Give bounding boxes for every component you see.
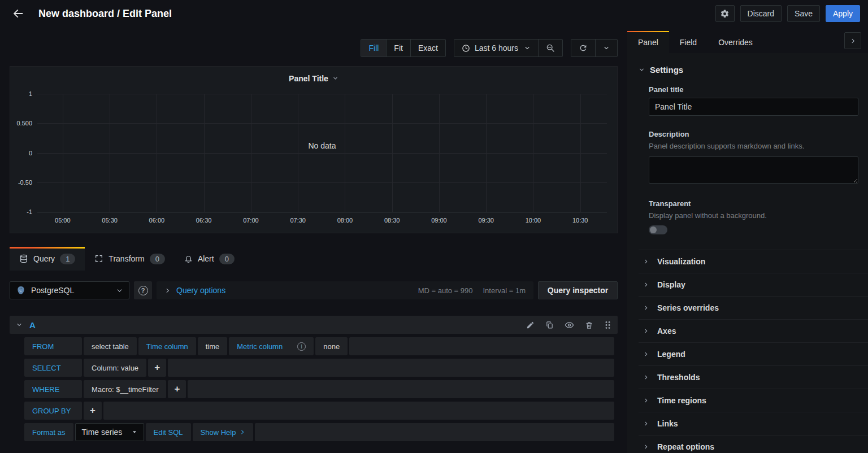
description-textarea[interactable] xyxy=(649,156,858,184)
chevron-right-icon xyxy=(643,282,649,288)
query-a-header[interactable]: A xyxy=(10,316,618,334)
group-by-keyword[interactable]: GROUP BY xyxy=(24,402,82,420)
tab-field[interactable]: Field xyxy=(669,31,708,53)
v-gridline xyxy=(533,94,533,212)
query-ref-id[interactable]: A xyxy=(29,320,36,330)
tab-overrides[interactable]: Overrides xyxy=(708,31,763,53)
select-keyword[interactable]: SELECT xyxy=(24,359,82,377)
sidebar-section-time-regions[interactable]: Time regions xyxy=(639,389,868,412)
query-inspector-button[interactable]: Query inspector xyxy=(538,281,618,299)
from-table-part[interactable]: select table xyxy=(84,337,137,355)
back-button[interactable] xyxy=(8,3,28,24)
v-gridline xyxy=(251,94,251,212)
v-gridline xyxy=(580,94,581,212)
fit-button[interactable]: Fit xyxy=(387,40,411,56)
sidebar-section-series-overrides[interactable]: Series overrides xyxy=(639,296,868,319)
where-keyword[interactable]: WHERE xyxy=(24,380,82,398)
x-tick-label: 08:30 xyxy=(384,217,400,224)
datasource-name: PostgreSQL xyxy=(31,286,74,295)
v-gridline xyxy=(439,94,440,212)
chevron-right-icon xyxy=(643,328,649,334)
tab-alert[interactable]: Alert 0 xyxy=(175,247,244,271)
panel-options-content: Settings Panel title Description Panel d… xyxy=(627,53,868,453)
drag-handle-icon xyxy=(604,320,611,330)
metric-column-label[interactable]: Metric column i xyxy=(229,337,314,355)
add-where-part-button[interactable]: + xyxy=(168,380,186,398)
edit-sql-button[interactable]: Edit SQL xyxy=(146,423,191,441)
zoom-out-button[interactable] xyxy=(539,40,562,56)
query-editor: PostgreSQL ? Query options xyxy=(10,271,618,453)
tab-transform[interactable]: Transform 0 xyxy=(85,247,175,271)
edit-query-button[interactable] xyxy=(526,321,535,329)
where-macro-part[interactable]: Macro: $__timeFilter xyxy=(84,380,166,398)
sidebar-section-label: Links xyxy=(657,419,678,428)
x-tick-label: 06:00 xyxy=(149,217,165,224)
tab-panel[interactable]: Panel xyxy=(627,31,669,53)
y-tick-label: 0 xyxy=(29,150,32,156)
panel-title-input[interactable] xyxy=(649,98,858,116)
show-help-text: Show Help xyxy=(201,428,236,437)
size-mode-group: Fill Fit Exact xyxy=(361,39,445,57)
chevron-right-icon xyxy=(643,421,649,426)
add-select-part-button[interactable]: + xyxy=(148,359,166,377)
datasource-picker[interactable]: PostgreSQL xyxy=(10,281,129,299)
x-tick-label: 08:00 xyxy=(337,217,353,224)
max-datapoints-value: MD = auto = 990 xyxy=(418,286,473,295)
add-group-by-part-button[interactable]: + xyxy=(84,402,102,420)
page-title: New dashboard / Edit Panel xyxy=(38,8,172,20)
y-tick-label: -1 xyxy=(27,208,32,215)
zoom-out-icon xyxy=(546,43,555,53)
time-column-label[interactable]: Time column xyxy=(138,337,196,355)
time-column-part[interactable]: time xyxy=(198,337,228,355)
sidebar-section-legend[interactable]: Legend xyxy=(639,342,868,365)
duplicate-query-button[interactable] xyxy=(545,321,554,329)
tab-query[interactable]: Query 1 xyxy=(10,247,85,271)
panel-toolbar: Fill Fit Exact Last 6 hours xyxy=(10,27,618,66)
discard-button[interactable]: Discard xyxy=(740,5,782,22)
transparent-toggle[interactable] xyxy=(649,225,667,234)
panel-title-menu[interactable]: Panel Title xyxy=(10,67,617,85)
query-options-toggle[interactable]: Query options xyxy=(176,286,225,295)
format-as-label: Format as xyxy=(24,423,73,441)
sidebar-section-repeat-options[interactable]: Repeat options xyxy=(639,435,868,453)
save-button[interactable]: Save xyxy=(787,5,820,22)
datasource-help-button[interactable]: ? xyxy=(134,281,152,299)
toggle-query-visibility-button[interactable] xyxy=(565,320,574,330)
collapse-sidebar-button[interactable] xyxy=(844,32,861,49)
dashboard-settings-button[interactable] xyxy=(715,5,735,22)
sidebar-section-axes[interactable]: Axes xyxy=(639,319,868,342)
select-column-part[interactable]: Column: value xyxy=(84,359,146,377)
show-help-button[interactable]: Show Help xyxy=(193,423,254,441)
exact-button[interactable]: Exact xyxy=(411,40,445,56)
chevron-right-icon xyxy=(643,351,649,357)
refresh-interval-dropdown[interactable] xyxy=(596,40,617,56)
metric-column-part[interactable]: none xyxy=(315,337,348,355)
drag-query-handle[interactable] xyxy=(604,320,611,330)
x-tick-label: 07:30 xyxy=(290,217,306,224)
sidebar-section-thresholds[interactable]: Thresholds xyxy=(639,365,868,389)
fill-button[interactable]: Fill xyxy=(361,40,387,56)
h-gridline xyxy=(37,212,607,212)
settings-section-toggle[interactable]: Settings xyxy=(639,65,868,75)
transform-count-badge: 0 xyxy=(150,254,165,264)
sidebar-section-display[interactable]: Display xyxy=(639,273,868,296)
apply-button[interactable]: Apply xyxy=(826,5,860,22)
format-as-select[interactable]: Time series xyxy=(75,423,144,441)
metric-column-text: Metric column xyxy=(237,342,283,351)
copy-icon xyxy=(545,321,554,329)
sidebar-section-visualization[interactable]: Visualization xyxy=(639,250,868,273)
panel-title-field: Panel title xyxy=(649,85,858,116)
refresh-button[interactable] xyxy=(571,40,596,56)
sidebar-section-links[interactable]: Links xyxy=(639,412,868,435)
time-range-picker[interactable]: Last 6 hours xyxy=(454,40,539,56)
chevron-right-icon xyxy=(240,429,245,435)
description-hint: Panel description supports markdown and … xyxy=(649,141,858,151)
x-tick-label: 10:00 xyxy=(526,217,541,224)
delete-query-button[interactable] xyxy=(585,321,593,329)
from-keyword[interactable]: FROM xyxy=(24,337,82,355)
description-field-label: Description xyxy=(649,130,858,138)
no-data-message: No data xyxy=(308,141,336,150)
tab-transform-label: Transform xyxy=(108,254,144,263)
chevron-down-icon xyxy=(16,321,23,328)
trash-icon xyxy=(585,321,593,329)
